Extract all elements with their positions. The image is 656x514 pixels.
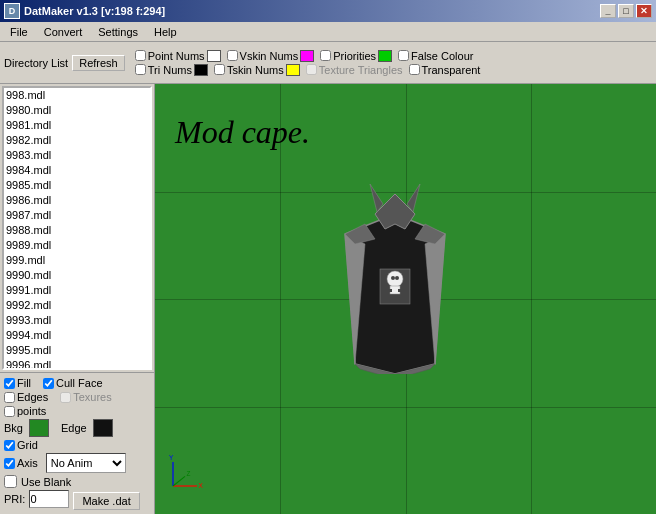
priorities-label: Priorities [333, 50, 376, 62]
vskin-nums-checkbox[interactable] [227, 50, 238, 61]
menu-help[interactable]: Help [146, 24, 185, 40]
cb-texture-triangles: Texture Triangles [306, 64, 403, 76]
refresh-button[interactable]: Refresh [72, 55, 125, 71]
ctrl-row-points: points [4, 405, 150, 417]
menu-settings[interactable]: Settings [90, 24, 146, 40]
svg-point-10 [387, 271, 403, 287]
false-colour-checkbox[interactable] [398, 50, 409, 61]
axis-checkbox[interactable] [4, 458, 15, 469]
cb-axis: Axis [4, 457, 38, 469]
minimize-button[interactable]: _ [600, 4, 616, 18]
edge-color-swatch[interactable] [93, 419, 113, 437]
ctrl-row-grid: Grid [4, 439, 150, 451]
cb-points: points [4, 405, 46, 417]
checkbox-group: Point Nums Vskin Nums Priorities False C… [135, 50, 481, 76]
false-colour-label: False Colour [411, 50, 473, 62]
point-nums-label: Point Nums [148, 50, 205, 62]
pri-input[interactable] [29, 490, 69, 508]
main-area: 998.mdl9980.mdl9981.mdl9982.mdl9983.mdl9… [0, 84, 656, 514]
edge-label: Edge [61, 422, 87, 434]
file-list-item[interactable]: 9993.mdl [4, 313, 150, 328]
file-list-item[interactable]: 9995.mdl [4, 343, 150, 358]
menu-file[interactable]: File [2, 24, 36, 40]
file-list-item[interactable]: 9989.mdl [4, 238, 150, 253]
file-list-item[interactable]: 9986.mdl [4, 193, 150, 208]
title-bar-buttons[interactable]: _ □ ✕ [600, 4, 652, 18]
file-list-item[interactable]: 9992.mdl [4, 298, 150, 313]
file-list-item[interactable]: 9990.mdl [4, 268, 150, 283]
cb-row-1: Point Nums Vskin Nums Priorities False C… [135, 50, 481, 62]
grid-checkbox[interactable] [4, 440, 15, 451]
maximize-button[interactable]: □ [618, 4, 634, 18]
toolbar-left: Directory List Refresh [4, 55, 125, 71]
fill-checkbox[interactable] [4, 378, 15, 389]
file-list-item[interactable]: 9996.mdl [4, 358, 150, 368]
model-text: Mod cape. [175, 114, 310, 151]
axis-label: Axis [17, 457, 38, 469]
file-list-container[interactable]: 998.mdl9980.mdl9981.mdl9982.mdl9983.mdl9… [2, 86, 152, 370]
file-list-item[interactable]: 9984.mdl [4, 163, 150, 178]
file-list-item[interactable]: 9991.mdl [4, 283, 150, 298]
directory-row: Directory List Refresh [4, 55, 125, 71]
textures-checkbox[interactable] [60, 392, 71, 403]
file-list-item[interactable]: 9985.mdl [4, 178, 150, 193]
file-list-item[interactable]: 9981.mdl [4, 118, 150, 133]
tskin-nums-checkbox[interactable] [214, 64, 225, 75]
toolbar: Directory List Refresh Point Nums Vskin … [0, 42, 656, 84]
cb-row-2: Tri Nums Tskin Nums Texture Triangles Tr… [135, 64, 481, 76]
use-blank-row: Use Blank [4, 475, 150, 488]
textures-label: Texures [73, 391, 112, 403]
point-nums-checkbox[interactable] [135, 50, 146, 61]
grid-v-3 [531, 84, 532, 514]
tri-nums-checkbox[interactable] [135, 64, 146, 75]
file-list-item[interactable]: 9994.mdl [4, 328, 150, 343]
anim-dropdown[interactable]: No Anim [46, 453, 126, 473]
pri-row: PRI: Make .dat [4, 488, 150, 510]
cull-face-checkbox[interactable] [43, 378, 54, 389]
file-list-item[interactable]: 999.mdl [4, 253, 150, 268]
svg-rect-12 [389, 289, 392, 292]
file-list-item[interactable]: 9987.mdl [4, 208, 150, 223]
use-blank-label: Use Blank [21, 476, 71, 488]
tri-nums-label: Tri Nums [148, 64, 192, 76]
tskin-nums-label: Tskin Nums [227, 64, 284, 76]
transparent-checkbox[interactable] [409, 64, 420, 75]
cb-textures: Texures [60, 391, 112, 403]
ctrl-row-axis: Axis No Anim [4, 453, 150, 473]
vskin-nums-label: Vskin Nums [240, 50, 299, 62]
svg-text:Z: Z [187, 470, 191, 477]
cb-grid: Grid [4, 439, 38, 451]
edges-checkbox[interactable] [4, 392, 15, 403]
canvas-area[interactable]: Mod cape. [155, 84, 656, 514]
texture-triangles-checkbox[interactable] [306, 64, 317, 75]
cb-tri-nums: Tri Nums [135, 64, 208, 76]
cb-fill: Fill [4, 377, 31, 389]
menu-convert[interactable]: Convert [36, 24, 91, 40]
pri-label: PRI: [4, 493, 25, 505]
close-button[interactable]: ✕ [636, 4, 652, 18]
grid-label: Grid [17, 439, 38, 451]
file-list-item[interactable]: 9980.mdl [4, 103, 150, 118]
file-list-item[interactable]: 9983.mdl [4, 148, 150, 163]
svg-text:Y: Y [169, 454, 174, 461]
title-bar-left: D DatMaker v1.3 [v:198 f:294] [4, 3, 165, 19]
file-list-item[interactable]: 9982.mdl [4, 133, 150, 148]
bkg-color-swatch[interactable] [29, 419, 49, 437]
cb-priorities: Priorities [320, 50, 392, 62]
use-blank-checkbox[interactable] [4, 475, 17, 488]
points-checkbox[interactable] [4, 406, 15, 417]
ctrl-row-edges: Edges Texures [4, 391, 150, 403]
axis-indicator: X Y Z [165, 454, 205, 494]
sidebar: 998.mdl9980.mdl9981.mdl9982.mdl9983.mdl9… [0, 84, 155, 514]
cb-edges: Edges [4, 391, 48, 403]
edges-label: Edges [17, 391, 48, 403]
points-label: points [17, 405, 46, 417]
make-dat-button[interactable]: Make .dat [73, 492, 139, 510]
file-list-item[interactable]: 9988.mdl [4, 223, 150, 238]
app-title: DatMaker v1.3 [v:198 f:294] [24, 5, 165, 17]
cb-vskin-nums: Vskin Nums [227, 50, 315, 62]
controls-panel: Fill Cull Face Edges Texures [0, 372, 154, 514]
ctrl-row-bkg-edge: Bkg Edge [4, 419, 150, 437]
priorities-checkbox[interactable] [320, 50, 331, 61]
file-list-item[interactable]: 998.mdl [4, 88, 150, 103]
